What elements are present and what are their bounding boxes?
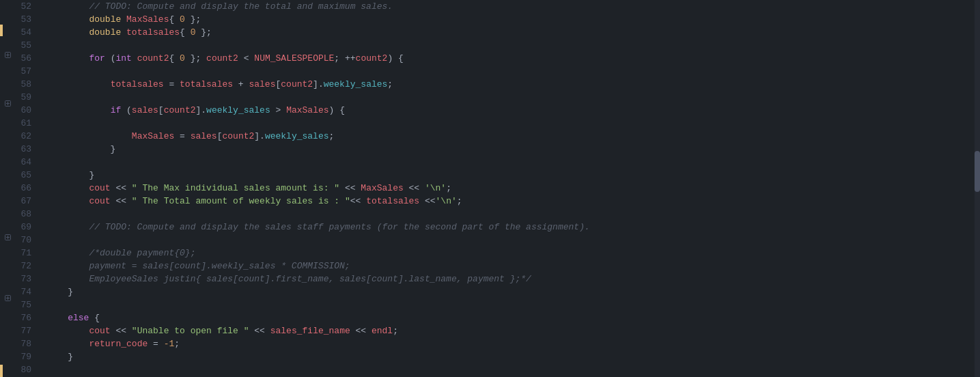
token: totalsales	[111, 78, 164, 91]
token: {	[89, 311, 100, 324]
token: 0	[180, 13, 185, 26]
code-line-60: if (sales[count2].weekly_sales > MaxSale…	[46, 104, 980, 117]
token: MaxSales	[361, 182, 403, 195]
token	[132, 52, 137, 65]
token: // TODO: Compute and display the total a…	[46, 0, 393, 13]
token	[46, 52, 89, 65]
code-line-58: totalsales = totalsales + sales[count2].…	[46, 78, 980, 91]
token	[46, 13, 89, 26]
fold-btn-58	[3, 73, 12, 85]
token: {	[169, 52, 180, 65]
token: int	[115, 52, 131, 65]
token: totalsales	[180, 78, 233, 91]
token: <<	[350, 324, 372, 337]
line-num-61: 61	[12, 117, 37, 130]
code-line-71: /*double payment{0};	[46, 247, 980, 260]
token: totalsales	[366, 195, 419, 208]
token: count2	[281, 78, 313, 91]
fold-indicators[interactable]	[3, 0, 12, 377]
line-num-76: 76	[12, 311, 37, 324]
token	[46, 311, 68, 324]
token: endl	[372, 324, 393, 337]
token: /*double payment{0};	[46, 247, 195, 260]
token: weekly_sales	[265, 130, 329, 143]
fold-btn-74	[3, 268, 12, 280]
fold-btn-71[interactable]	[3, 231, 12, 243]
code-line-70	[46, 234, 980, 247]
token: (	[105, 52, 116, 65]
code-line-75	[46, 298, 980, 311]
fold-btn-80	[3, 341, 12, 353]
token: " The Total amount of weekly sales is : …	[132, 195, 350, 208]
fold-btn-73	[3, 255, 12, 268]
token: // TODO: Compute and display the sales s…	[46, 221, 590, 234]
line-num-59: 59	[12, 91, 37, 104]
line-num-65: 65	[12, 169, 37, 182]
code-line-67: cout << " The Total amount of weekly sal…	[46, 195, 980, 208]
line-num-57: 57	[12, 65, 37, 78]
token: weekly_sales	[324, 78, 388, 91]
fold-btn-56[interactable]	[3, 48, 12, 61]
fold-btn-68	[3, 195, 12, 207]
code-line-61	[46, 117, 980, 130]
vertical-scrollbar[interactable]	[975, 0, 980, 377]
code-line-52: // TODO: Compute and display the total a…	[46, 0, 980, 13]
line-num-62: 62	[12, 130, 37, 143]
token	[121, 26, 126, 39]
token: }	[46, 169, 94, 182]
line-num-53: 53	[12, 13, 37, 26]
code-line-54: double totalsales{ 0 };	[46, 26, 980, 39]
fold-btn-76[interactable]	[3, 292, 12, 305]
fold-btn-82	[3, 365, 12, 377]
line-num-64: 64	[12, 156, 37, 169]
code-line-77: cout << "Unable to open file " << sales_…	[46, 324, 980, 337]
token: <	[238, 52, 254, 65]
code-line-78: return_code = -1;	[46, 337, 980, 350]
token: payment = sales[count].weekly_sales * CO…	[46, 260, 350, 273]
line-num-70: 70	[12, 234, 37, 247]
token: ;	[174, 337, 180, 350]
token: };	[185, 13, 201, 26]
code-line-74: }	[46, 285, 980, 298]
code-line-76: else {	[46, 311, 980, 324]
fold-btn-55	[3, 36, 12, 48]
fold-btn-75	[3, 280, 12, 292]
code-line-63: }	[46, 143, 980, 156]
line-num-71: 71	[12, 247, 37, 260]
fold-btn-70	[3, 219, 12, 232]
line-num-56: 56	[12, 52, 37, 65]
fold-btn-66	[3, 170, 12, 182]
token: NUM_SALESPEOPLE	[254, 52, 334, 65]
token: };	[185, 52, 206, 65]
code-content[interactable]: // TODO: Compute and display the total a…	[44, 0, 980, 377]
scrollbar-thumb[interactable]	[975, 151, 980, 192]
line-numbers: 5253545556575859606162636465666768697071…	[12, 0, 44, 377]
code-line-64	[46, 156, 980, 169]
token: (	[121, 104, 132, 117]
token: totalsales	[126, 26, 180, 39]
token: <<	[111, 324, 132, 337]
token: ;	[457, 195, 462, 208]
token: <<	[350, 195, 366, 208]
code-line-56: for (int count2{ 0 }; count2 < NUM_SALES…	[46, 52, 980, 65]
token: count2	[356, 52, 388, 65]
line-num-77: 77	[12, 324, 37, 337]
token: sales	[132, 104, 158, 117]
fold-btn-62	[3, 122, 12, 134]
code-line-79: }	[46, 350, 980, 363]
fold-btn-60[interactable]	[3, 98, 12, 110]
fold-btn-65	[3, 158, 12, 171]
token: sales	[249, 78, 275, 91]
token: =	[164, 78, 180, 91]
token: ; ++	[334, 52, 355, 65]
code-line-73: EmployeeSales justin{ sales[count].first…	[46, 273, 980, 285]
code-line-65: }	[46, 169, 980, 182]
fold-btn-72	[3, 243, 12, 255]
line-num-69: 69	[12, 221, 37, 234]
token: count2	[164, 104, 196, 117]
token: MaxSales	[286, 104, 328, 117]
token: " The Max individual sales amount is: "	[132, 182, 339, 195]
token: 0	[191, 26, 196, 39]
fold-btn-69	[3, 207, 12, 219]
token: '\n'	[436, 195, 457, 208]
